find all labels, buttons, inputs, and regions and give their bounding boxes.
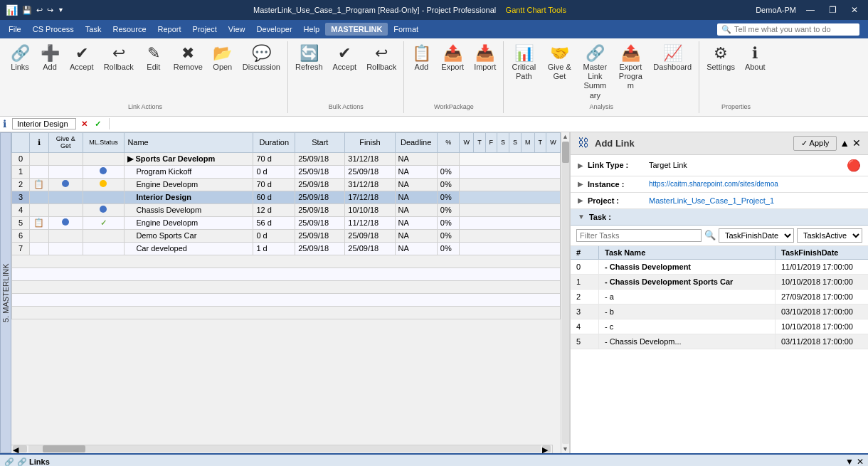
ribbon-btn-about[interactable]: ℹ About [741,43,770,74]
menu-resource[interactable]: Resource [107,23,152,36]
quick-access-more[interactable]: ▼ [58,6,64,14]
ribbon-btn-bulk-rollback[interactable]: ↩ Rollback [362,43,401,74]
ribbon-btn-discussion[interactable]: 💬 Discussion [238,43,285,74]
task-list-row[interactable]: 2 - a 27/09/2018 17:00:00 [571,290,868,305]
ribbon-btn-edit[interactable]: ✎ Edit [139,43,168,74]
formula-cancel-button[interactable]: ✕ [79,119,90,129]
table-row-empty[interactable] [12,306,561,319]
task-list-row[interactable]: 4 - c 10/10/2018 17:00:00 [571,319,868,334]
menu-task[interactable]: Task [80,23,107,36]
ribbon-btn-wp-add[interactable]: 📋 Add [407,43,435,74]
ribbon-btn-masterlink-summary[interactable]: 🔗 MasterLink Summary [578,43,612,103]
menu-file[interactable]: File [3,23,27,36]
link-type-row[interactable]: ▶ Link Type : Target Link 🔴 [571,155,868,176]
task-list-row[interactable]: 1 - Chassis Development Sports Car 10/10… [571,275,868,290]
task-row-header[interactable]: ▼ Task : [571,209,868,226]
h-scroll-right[interactable]: ▶ [542,445,551,452]
ribbon-btn-open[interactable]: 📂 Open [208,43,237,74]
links-panel-header-right: ▼ ✕ [845,457,864,466]
table-row[interactable]: 3 Interior Design 60 d 25/09/18 17/12/18… [12,191,561,203]
links-panel-collapse[interactable]: ▼ [845,457,854,466]
task-table: ℹ Give &Get ML.Status Name Duration Star… [11,132,561,319]
maximize-button[interactable]: ❐ [825,4,841,16]
panel-collapse-button[interactable]: ▲ [840,137,850,149]
v-scroll-thumb[interactable] [562,142,569,163]
table-scroll[interactable]: ℹ Give &Get ML.Status Name Duration Star… [11,132,561,445]
table-row[interactable]: 5 📋 ✓ Engine Developm 56 d 25/09/18 11/1… [12,216,561,229]
search-input[interactable] [734,25,848,33]
filter-input[interactable] [576,229,702,242]
ribbon-btn-remove[interactable]: ✖ Remove [169,43,207,74]
table-row[interactable]: 4 Chassis Developm 12 d 25/09/18 10/10/1… [12,203,561,216]
table-row-empty[interactable] [12,293,561,306]
ribbon-btn-settings[interactable]: ⚙ Settings [702,43,739,74]
h-scrollbar[interactable]: ◀ ▶ [11,445,561,453]
task-list-row[interactable]: 5 - Chassis Developm... 03/11/2018 17:00… [571,334,868,349]
apply-button[interactable]: ✓ Apply [793,136,837,151]
menu-view[interactable]: View [223,23,251,36]
name-box[interactable]: Interior Design [12,118,76,129]
ribbon-btn-bulk-accept[interactable]: ✔ Accept [329,43,361,74]
panel-close-button[interactable]: ✕ [852,137,861,149]
ribbon-btn-accept[interactable]: ✔ Accept [65,43,98,74]
ribbon-btn-links[interactable]: 🔗 Links [6,43,34,74]
ribbon-btn-add[interactable]: ➕ Add [36,43,64,74]
quick-access-redo[interactable]: ↪ [47,6,53,15]
filter-dropdown-1[interactable]: TaskFinishDate [719,228,794,243]
links-panel-close[interactable]: ✕ [857,457,864,466]
edit-label: Edit [147,63,160,71]
project-row[interactable]: ▶ Project : MasterLink_Use_Case_1_Projec… [571,193,868,209]
task-list-header: # Task Name TaskFinishDate [571,246,868,260]
menu-project[interactable]: Project [187,23,223,36]
ribbon-btn-dashboard[interactable]: 📈 Dashboard [649,43,696,74]
table-row[interactable]: 6 Demo Sports Car 0 d 25/09/18 25/09/18 … [12,229,561,242]
close-button[interactable]: ✕ [847,4,862,16]
h-scroll-left[interactable]: ◀ [13,445,27,452]
link-type-radio[interactable]: 🔴 [847,159,861,172]
cell-id: 5 [12,216,30,229]
menu-masterlink[interactable]: MASTERLINK [325,23,388,36]
v-scroll-up[interactable]: ▲ [561,132,569,141]
cell-duration: 12 d [253,203,295,216]
menu-cs-process[interactable]: CS Process [27,23,80,36]
filter-search-icon[interactable]: 🔍 [704,230,716,240]
ribbon-btn-wp-import[interactable]: 📥 Import [470,43,500,74]
h-scroll-track[interactable] [28,445,541,452]
ribbon-btn-refresh[interactable]: 🔄 Refresh [291,43,327,74]
menu-developer[interactable]: Developer [250,23,297,36]
menu-report[interactable]: Report [152,23,187,36]
table-row[interactable]: 1 Program Kickoff 0 d 25/09/18 25/09/18 … [12,165,561,178]
quick-access-undo[interactable]: ↩ [36,6,43,15]
ribbon-btn-wp-export[interactable]: 📤 Export [437,43,468,74]
table-row-empty[interactable] [12,268,561,280]
table-row[interactable]: 7 Car developed 1 d 25/09/18 25/09/18 NA… [12,242,561,255]
ribbon-btn-export-program[interactable]: 📤 Export Program [613,43,647,94]
table-row[interactable]: 0 ▶ Sports Car Developm 70 d 25/09/18 31… [12,152,561,165]
formula-confirm-button[interactable]: ✓ [92,119,103,129]
table-row-empty[interactable] [12,255,561,268]
ribbon-btn-critical-path[interactable]: 📊 Critical Path [507,43,541,84]
cell-deadline: NA [395,178,437,191]
minimize-button[interactable]: — [802,4,819,16]
task-list-body[interactable]: 0 - Chassis Development 11/01/2019 17:00… [571,260,868,453]
table-row[interactable]: 2 📋 Engine Developm 70 d 25/09/18 31/12/… [12,178,561,191]
analysis-label: Analysis [507,103,696,112]
filter-dropdown-2[interactable]: TaskIsActive [797,228,862,243]
v-scroll-down[interactable]: ▼ [561,445,569,453]
ribbon-btn-give-get[interactable]: 🤝 Give & Get [542,43,576,84]
masterlink-side-tab[interactable]: 5. MASTERLINK [0,132,11,453]
table-row-empty[interactable] [12,280,561,293]
project-label: Project : [588,196,645,205]
quick-access-save[interactable]: 💾 [22,6,32,15]
task-list-row[interactable]: 0 - Chassis Development 11/01/2019 17:00… [571,260,868,275]
menu-help[interactable]: Help [298,23,326,36]
ribbon-btn-rollback[interactable]: ↩ Rollback [100,43,138,74]
v-scroll-track[interactable] [562,142,569,444]
h-scroll-thumb[interactable] [43,445,85,452]
v-scrollbar[interactable]: ▲ ▼ [561,132,569,453]
open-icon: 📂 [213,46,232,61]
instance-row[interactable]: ▶ Instance : https://caitm.sharepoint.co… [571,176,868,193]
cell-deadline: NA [395,152,437,165]
task-list-row[interactable]: 3 - b 03/10/2018 17:00:00 [571,305,868,319]
menu-format[interactable]: Format [388,23,424,36]
